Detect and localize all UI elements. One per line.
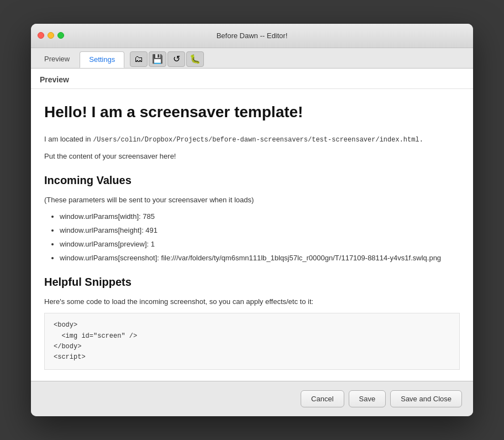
traffic-lights: [38, 32, 64, 39]
save-button[interactable]: Save: [349, 390, 386, 407]
snippets-heading: Helpful Snippets: [44, 273, 460, 291]
list-item: window.urlParams[width]: 785: [60, 211, 460, 223]
location-prefix: I am located in: [44, 135, 93, 143]
cancel-button[interactable]: Cancel: [301, 390, 344, 407]
close-button[interactable]: [38, 32, 44, 39]
content-area: Preview Hello! I am a screensaver templa…: [31, 69, 473, 381]
list-item: window.urlParams[preview]: 1: [60, 239, 460, 250]
snippets-intro: Here's some code to load the incoming sc…: [44, 296, 460, 308]
toolbar-icons: 🗂 💾 ↺ 🐛: [130, 51, 204, 68]
params-list: window.urlParams[width]: 785 window.urlP…: [44, 211, 460, 264]
tab-bar: Preview Settings 🗂 💾 ↺ 🐛: [31, 48, 473, 69]
minimize-button[interactable]: [48, 32, 54, 39]
incoming-heading: Incoming Values: [44, 171, 460, 189]
footer: Cancel Save Save and Close: [31, 381, 473, 416]
tab-preview[interactable]: Preview: [35, 51, 78, 68]
location-path: /Users/colin/Dropbox/Projects/before-daw…: [93, 136, 423, 144]
title-bar: Before Dawn -- Editor!: [31, 24, 473, 48]
refresh-icon-button[interactable]: ↺: [167, 51, 185, 67]
incoming-note: (These parameters will be sent to your s…: [44, 195, 460, 206]
folder-icon-button[interactable]: 🗂: [130, 51, 148, 67]
location-paragraph: I am located in /Users/colin/Dropbox/Pro…: [44, 134, 460, 145]
subtitle-paragraph: Put the content of your screensaver here…: [44, 151, 460, 163]
main-heading: Hello! I am a screensaver template!: [44, 100, 460, 125]
maximize-button[interactable]: [57, 32, 64, 39]
editor-window: Before Dawn -- Editor! Preview Settings …: [31, 24, 473, 416]
code-block: <body> <img id="screen" /> </body> <scri…: [44, 313, 460, 370]
bug-icon-button[interactable]: 🐛: [186, 51, 204, 67]
preview-content: Hello! I am a screensaver template! I am…: [31, 89, 473, 381]
save-icon-button[interactable]: 💾: [149, 51, 166, 67]
window-title: Before Dawn -- Editor!: [217, 32, 288, 40]
list-item: window.urlParams[screenshot]: file:///va…: [60, 253, 460, 264]
save-and-close-button[interactable]: Save and Close: [390, 390, 462, 407]
list-item: window.urlParams[height]: 491: [60, 225, 460, 237]
tab-settings[interactable]: Settings: [80, 51, 124, 68]
preview-section-label: Preview: [31, 69, 473, 89]
